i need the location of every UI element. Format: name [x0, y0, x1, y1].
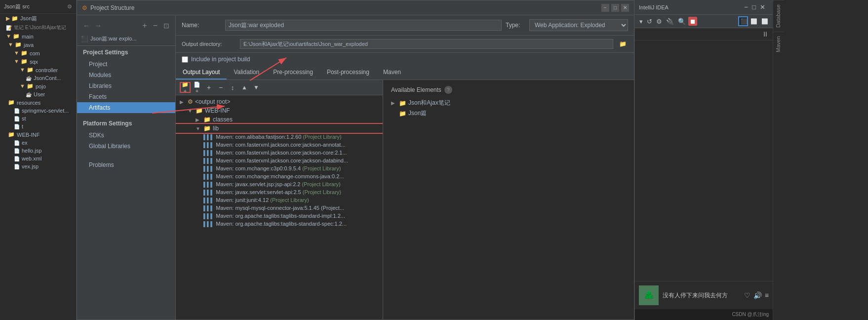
- tree-t-file[interactable]: 📄 t: [0, 122, 76, 130]
- music-like-button[interactable]: ♡: [744, 291, 750, 299]
- dep-taglibs-spec[interactable]: ▌▌▌ Maven: org.apache.taglibs:taglibs-st…: [176, 220, 383, 228]
- tree-node-output-root[interactable]: ▶ ⚙ <output root>: [176, 97, 383, 106]
- dialog-minimize-button[interactable]: −: [601, 4, 609, 12]
- dep-jackson-databind[interactable]: ▌▌▌ Maven: com.fasterxml.jackson.core:ja…: [176, 157, 383, 164]
- ide-layout-button[interactable]: ⬛: [738, 16, 748, 26]
- tree-resources-folder[interactable]: 📁 resources: [0, 98, 76, 107]
- ide-split-button[interactable]: ⬜: [749, 17, 759, 26]
- add-file-button[interactable]: 📄+: [192, 82, 202, 93]
- tab-output-layout[interactable]: Output Layout: [176, 66, 227, 80]
- avail-node-jsonajax[interactable]: ▶ 📁 Json和Ajax笔记: [387, 98, 630, 108]
- tree-node-webinf[interactable]: ▼ 📁 WEB-INF: [176, 106, 383, 115]
- ide-refresh-button[interactable]: ↺: [645, 17, 654, 26]
- tab-post-processing[interactable]: Post-processing: [320, 66, 376, 80]
- dep-label: Maven: com.mchange:c3p0:0.9.5.4 (Project…: [216, 165, 341, 171]
- tree-springmvc-file[interactable]: 📄 springmvc-servlet...: [0, 107, 76, 115]
- dep-mchange[interactable]: ▌▌▌ Maven: com.mchange:mchange-commons-j…: [176, 172, 383, 180]
- dep-mysql[interactable]: ▌▌▌ Maven: mysql-mysql-connector-java:5.…: [176, 204, 383, 212]
- dep-label: Maven: com.fasterxml.jackson.core:jackso…: [216, 158, 348, 163]
- move-element-button[interactable]: ↕: [227, 82, 238, 93]
- file-tree-item[interactable]: ▶ 📁 Json篇: [0, 14, 76, 23]
- tree-st-file[interactable]: 📄 st: [0, 115, 76, 122]
- remove-artifact-button[interactable]: −: [151, 21, 159, 30]
- add-element-button[interactable]: +: [203, 82, 214, 93]
- tree-hello-file[interactable]: 📄 hello.jsp: [0, 147, 76, 155]
- dialog-maximize-button[interactable]: □: [611, 4, 619, 12]
- remove-element-button[interactable]: −: [215, 82, 226, 93]
- ide-dropdown-button[interactable]: ▾: [638, 17, 644, 26]
- ide-stop-button[interactable]: ⏹: [688, 17, 697, 26]
- file-tree-item[interactable]: 📝 笔记 E:\Json和Ajax笔记: [0, 23, 76, 32]
- tree-node-lib[interactable]: ▼ 📁 lib: [176, 124, 383, 133]
- music-menu-button[interactable]: ≡: [765, 291, 769, 299]
- ide-close-button[interactable]: ✕: [758, 2, 767, 12]
- sidebar-item-modules[interactable]: Modules: [77, 70, 175, 80]
- tree-com-folder[interactable]: ▼ 📁 com: [0, 49, 76, 57]
- folder-icon: 📁: [8, 131, 15, 138]
- name-label: Name:: [182, 22, 221, 29]
- ide-plugin-button[interactable]: 🔌: [665, 17, 675, 26]
- copy-artifact-button[interactable]: ⊡: [161, 21, 171, 30]
- avail-node-jsonpian[interactable]: 📁 Json篇: [387, 108, 630, 119]
- sidebar-item-facets[interactable]: Facets: [77, 91, 175, 102]
- pause-icon[interactable]: ⏸: [762, 30, 769, 38]
- sidebar-item-sdks[interactable]: SDKs: [77, 130, 175, 141]
- music-volume-button[interactable]: 🔊: [753, 291, 762, 299]
- type-select[interactable]: Web Application: Exploded: [529, 19, 628, 31]
- add-directory-button[interactable]: 📁+: [180, 82, 191, 93]
- dep-c3p0[interactable]: ▌▌▌ Maven: com.mchange:c3p0:0.9.5.4 (Pro…: [176, 164, 383, 172]
- available-elements-label: Available Elements: [391, 86, 441, 93]
- tree-sqx-folder[interactable]: ▼ 📁 sqx: [0, 57, 76, 66]
- sidebar-item-project[interactable]: Project: [77, 59, 175, 70]
- nav-forward-button[interactable]: →: [93, 21, 104, 30]
- sidebar-item-problems[interactable]: Problems: [77, 160, 175, 170]
- tree-controller-folder[interactable]: ▼ 📁 controller: [0, 66, 76, 74]
- tree-settings-icon[interactable]: ⚙: [67, 3, 72, 10]
- ide-search-button[interactable]: 🔍: [676, 17, 687, 26]
- sidebar-item-global-libraries[interactable]: Global Libraries: [77, 141, 175, 152]
- artifact-tab-label[interactable]: Json篇:war explo...: [90, 35, 137, 42]
- help-icon[interactable]: ?: [444, 86, 452, 94]
- tab-validation[interactable]: Validation: [227, 66, 266, 80]
- dep-servlet-api[interactable]: ▌▌▌ Maven: javax.servlet:servlet-api:2.5…: [176, 188, 383, 196]
- dep-jsp-api[interactable]: ▌▌▌ Maven: javax.servlet.jsp:jsp-api:2.2…: [176, 180, 383, 188]
- output-folder-browse-button[interactable]: 📁: [617, 39, 628, 49]
- ide-minimize-button[interactable]: −: [743, 2, 750, 12]
- move-up-button[interactable]: ▲: [239, 82, 250, 93]
- move-down-button[interactable]: ▼: [251, 82, 262, 93]
- vtab-maven[interactable]: Maven: [773, 32, 784, 56]
- tree-webinf-folder[interactable]: 📁 WEB-INF: [0, 130, 76, 139]
- dep-icon: ▌▌▌: [203, 158, 214, 163]
- vtab-database[interactable]: Database: [773, 0, 784, 32]
- dialog-close-button[interactable]: ✕: [621, 4, 629, 12]
- tree-ex-file[interactable]: 📄 ex: [0, 139, 76, 147]
- tree-jsoncont-file[interactable]: ☕ JsonCont...: [0, 74, 76, 82]
- dialog-controls[interactable]: − □ ✕: [601, 4, 629, 12]
- name-input[interactable]: [225, 20, 502, 31]
- tree-user-file[interactable]: ☕ User: [0, 90, 76, 98]
- dep-junit[interactable]: ▌▌▌ Maven: junit:junit:4.12 (Project Lib…: [176, 196, 383, 204]
- dep-taglibs-impl[interactable]: ▌▌▌ Maven: org.apache.taglibs:taglibs-st…: [176, 212, 383, 220]
- breadcrumb-json[interactable]: Json篇 src: [4, 3, 30, 10]
- tab-pre-processing[interactable]: Pre-processing: [266, 66, 320, 80]
- tree-java-folder[interactable]: ▼ 📁 java: [0, 40, 76, 49]
- tree-webxml-file[interactable]: 📄 web.xml: [0, 155, 76, 162]
- dep-fastjson[interactable]: ▌▌▌ Maven: com.alibaba:fastjson:1.2.60 (…: [176, 133, 383, 141]
- add-artifact-button[interactable]: +: [140, 21, 149, 30]
- ide-settings-button[interactable]: ⚙: [655, 17, 664, 26]
- tree-vex-file[interactable]: 📄 vex.jsp: [0, 162, 76, 170]
- sidebar-item-libraries[interactable]: Libraries: [77, 80, 175, 91]
- dep-jackson-annot[interactable]: ▌▌▌ Maven: com.fasterxml.jackson.core:ja…: [176, 141, 383, 149]
- output-path-input[interactable]: [240, 39, 613, 49]
- tree-main-folder[interactable]: ▼ 📁 main: [0, 32, 76, 40]
- dep-jackson-core[interactable]: ▌▌▌ Maven: com.fasterxml.jackson.core:ja…: [176, 149, 383, 157]
- note-icon: 📝: [6, 25, 12, 31]
- include-in-build-checkbox[interactable]: [182, 56, 188, 63]
- tree-pojo-folder[interactable]: ▼ 📁 pojo: [0, 82, 76, 90]
- tab-maven[interactable]: Maven: [376, 66, 408, 80]
- tree-node-classes[interactable]: ▶ 📁 classes: [176, 115, 383, 124]
- ide-expand-button[interactable]: ⬜: [760, 17, 770, 26]
- sidebar-item-artifacts[interactable]: Artifacts: [77, 102, 175, 113]
- nav-back-button[interactable]: ←: [81, 21, 92, 30]
- ide-restore-button[interactable]: □: [750, 2, 757, 12]
